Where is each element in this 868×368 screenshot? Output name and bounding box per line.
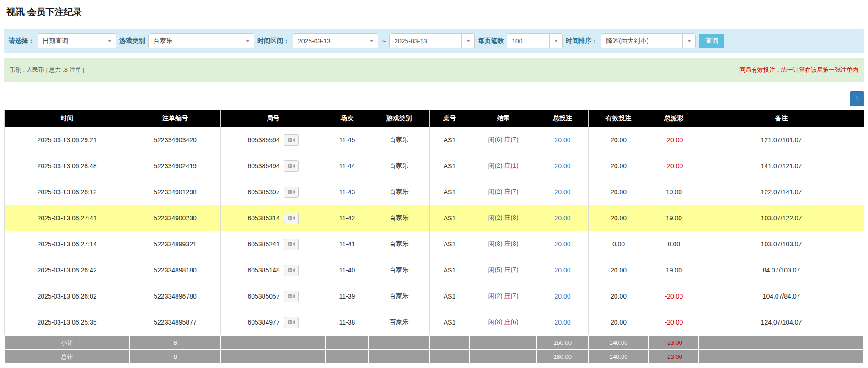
pagination: 1 (4, 91, 864, 106)
cell-result: 闲(8) 庄(6) (470, 309, 537, 336)
cell-bet-id: 522334895877 (130, 309, 220, 336)
cell-total-bet: 20.00 (537, 231, 588, 257)
query-type-dropdown-button[interactable] (103, 34, 116, 48)
cell-note: 124.07/104.07 (699, 309, 864, 336)
cell-table-no: AS1 (429, 205, 470, 231)
query-type-value: 日期查询 (38, 34, 103, 48)
cell-note: 121.07/101.07 (699, 127, 864, 153)
player-result: 闲(5) (488, 266, 502, 273)
summary-count: 8 (130, 350, 220, 364)
game-category-label: 游戏类别 (119, 37, 145, 45)
cell-game-category: 百家乐 (369, 309, 429, 336)
total-bet-link[interactable]: 20.00 (554, 136, 570, 144)
round-id-text: 605385594 (247, 136, 279, 144)
col-header-note: 备注 (699, 110, 864, 127)
select-label: 请选择： (9, 37, 34, 45)
banker-result: 庄(8) (504, 240, 518, 247)
video-replay-button[interactable] (284, 291, 299, 302)
summary-count: 8 (130, 336, 220, 350)
cell-note: 84.07/103.07 (699, 257, 864, 283)
date-from-input[interactable]: 2025-03-13 (293, 33, 378, 48)
game-category-value: 百家乐 (149, 34, 241, 48)
table-body: 2025-03-13 06:29:21 522334903420 6053855… (4, 127, 864, 336)
cell-game-category: 百家乐 (369, 205, 429, 231)
page-size-value: 100 (507, 34, 549, 48)
cell-time: 2025-03-13 06:26:42 (4, 257, 130, 283)
cell-round-id: 605385494 (220, 153, 326, 179)
time-sort-select[interactable]: 降幂(由大到小) (601, 33, 696, 48)
round-id-text: 605385494 (247, 162, 279, 170)
total-bet-link[interactable]: 20.00 (554, 293, 570, 300)
col-header-total-bet: 总投注 (537, 110, 588, 127)
col-header-table-no: 桌号 (429, 110, 470, 127)
cell-table-no: AS1 (429, 127, 470, 153)
round-id-text: 605385057 (247, 293, 279, 300)
cell-session: 11-38 (326, 309, 369, 336)
cell-game-category: 百家乐 (369, 257, 429, 283)
cell-table-no: AS1 (429, 153, 470, 179)
game-category-dropdown-button[interactable] (241, 34, 254, 48)
cell-payout: 0.00 (649, 231, 699, 257)
summary-label: 总计 (4, 350, 130, 364)
time-sort-value: 降幂(由大到小) (601, 34, 682, 48)
video-replay-button[interactable] (284, 160, 299, 172)
cell-bet-id: 522334898180 (130, 257, 220, 283)
date-to-input[interactable]: 2025-03-13 (389, 33, 475, 48)
total-bet-link[interactable]: 20.00 (554, 267, 570, 274)
video-replay-button[interactable] (284, 213, 299, 224)
round-id-text: 605385397 (247, 188, 279, 196)
cell-valid-bet: 20.00 (588, 257, 649, 283)
video-replay-button[interactable] (284, 317, 299, 328)
cell-total-bet: 20.00 (537, 179, 588, 205)
page-size-dropdown-button[interactable] (549, 34, 562, 48)
total-bet-link[interactable]: 20.00 (554, 214, 570, 222)
total-bet-link[interactable]: 20.00 (554, 319, 570, 326)
date-from-dropdown-button[interactable] (365, 34, 378, 48)
chevron-down-icon (687, 40, 691, 42)
game-category-select[interactable]: 百家乐 (148, 33, 254, 48)
page-size-select[interactable]: 100 (507, 33, 563, 48)
video-replay-button[interactable] (284, 134, 299, 146)
chevron-down-icon (554, 40, 558, 42)
date-to-dropdown-button[interactable] (461, 34, 474, 48)
cell-time: 2025-03-13 06:27:14 (4, 231, 130, 257)
camera-icon (288, 137, 295, 143)
table-row: 2025-03-13 06:29:21 522334903420 6053855… (4, 127, 864, 153)
video-replay-button[interactable] (284, 265, 299, 276)
cell-session: 11-45 (326, 127, 369, 153)
cell-round-id: 605385314 (220, 205, 326, 231)
time-sort-dropdown-button[interactable] (682, 34, 695, 48)
table-row: 2025-03-13 06:28:48 522334902419 6053854… (4, 153, 864, 179)
total-bet-link[interactable]: 20.00 (554, 188, 570, 196)
cell-valid-bet: 0.00 (588, 231, 649, 257)
summary-row: 总计 8 160.00 140.00 -23.00 (4, 350, 864, 364)
cell-game-category: 百家乐 (369, 179, 429, 205)
cell-session: 11-41 (326, 231, 369, 257)
table-row: 2025-03-13 06:27:41 522334900230 6053853… (4, 205, 864, 231)
cell-time: 2025-03-13 06:28:48 (4, 153, 130, 179)
cell-game-category: 百家乐 (369, 231, 429, 257)
time-range-label: 时间区间： (257, 37, 289, 45)
video-replay-button[interactable] (284, 239, 299, 250)
total-bet-link[interactable]: 20.00 (554, 240, 570, 248)
query-type-select[interactable]: 日期查询 (38, 33, 116, 48)
cell-valid-bet: 20.00 (588, 309, 649, 336)
video-replay-button[interactable] (284, 187, 299, 198)
cell-valid-bet: 20.00 (588, 205, 649, 231)
player-result: 闲(2) (488, 292, 502, 299)
cell-time: 2025-03-13 06:28:12 (4, 179, 130, 205)
summary-valid-bet: 140.00 (588, 350, 649, 364)
round-id-text: 605384977 (247, 319, 279, 326)
player-result: 闲(2) (488, 214, 502, 221)
page-number-button[interactable]: 1 (850, 91, 864, 106)
time-sort-label: 时间排序： (566, 37, 598, 45)
cell-valid-bet: 20.00 (588, 179, 649, 205)
cell-payout: -20.00 (649, 153, 699, 179)
chevron-down-icon (370, 40, 374, 42)
cell-valid-bet: 20.00 (588, 153, 649, 179)
search-button[interactable]: 查询 (699, 34, 724, 48)
cell-game-category: 百家乐 (369, 283, 429, 309)
total-bet-link[interactable]: 20.00 (554, 162, 570, 170)
cell-time: 2025-03-13 06:26:02 (4, 283, 130, 309)
player-result: 闲(6) (488, 136, 502, 143)
